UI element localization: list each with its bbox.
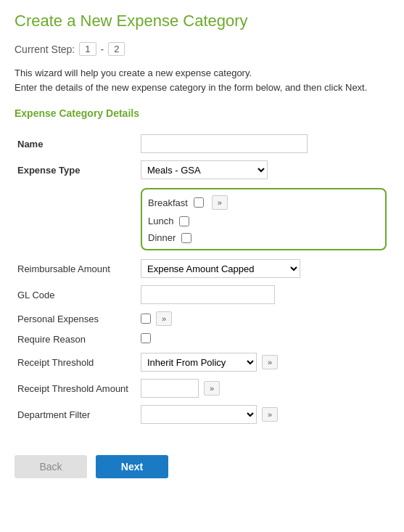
next-button[interactable]: Next	[96, 455, 168, 478]
personal-expenses-checkbox[interactable]	[141, 314, 151, 324]
dept-filter-arrow[interactable]: »	[262, 407, 278, 422]
step-separator: -	[101, 44, 104, 55]
meal-options-row: Breakfast » Lunch Dinner	[15, 183, 389, 255]
step-total: 2	[108, 42, 125, 56]
expense-type-label: Expense Type	[17, 165, 80, 176]
dept-filter-select[interactable]	[141, 405, 257, 424]
receipt-threshold-select[interactable]: Inherit From Policy None Required	[141, 353, 257, 372]
personal-expenses-arrow[interactable]: »	[156, 311, 172, 326]
name-input[interactable]	[141, 134, 308, 153]
receipt-threshold-row: Receipt Threshold Inherit From Policy No…	[15, 349, 389, 375]
gl-code-label: GL Code	[17, 290, 55, 300]
reimbursable-select[interactable]: Expense Amount Capped Actual Amount No L…	[141, 259, 300, 278]
description-line1: This wizard will help you create a new e…	[15, 66, 389, 81]
name-row: Name	[15, 131, 389, 157]
receipt-threshold-amount-input[interactable]	[141, 379, 199, 398]
personal-expenses-label: Personal Expenses	[17, 314, 99, 324]
breakfast-label: Breakfast	[148, 197, 188, 208]
receipt-threshold-amount-group: »	[141, 379, 387, 398]
receipt-threshold-group: Inherit From Policy None Required »	[141, 353, 387, 372]
dept-filter-label: Department Filter	[17, 409, 90, 420]
footer-buttons: Back Next	[15, 448, 389, 478]
description: This wizard will help you create a new e…	[15, 66, 389, 94]
expense-type-select[interactable]: Meals - GSA	[141, 160, 268, 179]
name-label: Name	[17, 139, 43, 150]
step-current: 1	[79, 42, 96, 56]
page-title: Create a New Expense Category	[15, 12, 389, 30]
breakfast-arrow[interactable]: »	[212, 195, 228, 210]
personal-expenses-group: »	[141, 311, 387, 326]
dinner-label: Dinner	[148, 232, 176, 243]
step-label: Current Step:	[15, 44, 75, 55]
step-row: Current Step: 1 - 2	[15, 42, 389, 56]
receipt-threshold-label: Receipt Threshold	[17, 357, 94, 368]
receipt-threshold-amount-label: Receipt Threshold Amount	[17, 383, 128, 394]
reimbursable-label: Reimbursable Amount	[17, 263, 110, 274]
section-title: Expense Category Details	[15, 107, 389, 119]
lunch-row: Lunch	[148, 213, 379, 229]
breakfast-checkbox[interactable]	[194, 197, 204, 208]
expense-type-row: Expense Type Meals - GSA	[15, 157, 389, 183]
description-line2: Enter the details of the new expense cat…	[15, 81, 389, 95]
form-table: Name Expense Type Meals - GSA Breakfast	[15, 131, 389, 427]
dept-filter-group: »	[141, 405, 387, 424]
back-button[interactable]: Back	[15, 455, 87, 478]
require-reason-label: Require Reason	[17, 334, 86, 345]
dinner-row: Dinner	[148, 229, 379, 246]
require-reason-row: Require Reason	[15, 330, 389, 349]
lunch-checkbox[interactable]	[179, 216, 189, 226]
reimbursable-row: Reimbursable Amount Expense Amount Cappe…	[15, 255, 389, 282]
receipt-threshold-amount-arrow[interactable]: »	[204, 381, 220, 396]
receipt-threshold-amount-row: Receipt Threshold Amount »	[15, 375, 389, 401]
gl-code-input[interactable]	[141, 285, 275, 304]
dept-filter-row: Department Filter »	[15, 401, 389, 427]
require-reason-checkbox[interactable]	[141, 333, 151, 343]
meal-group: Breakfast » Lunch Dinner	[141, 188, 387, 250]
receipt-threshold-arrow[interactable]: »	[262, 355, 278, 369]
gl-code-row: GL Code	[15, 282, 389, 308]
personal-expenses-row: Personal Expenses »	[15, 308, 389, 330]
dinner-checkbox[interactable]	[181, 233, 191, 243]
lunch-label: Lunch	[148, 216, 173, 226]
breakfast-row: Breakfast »	[148, 192, 379, 213]
